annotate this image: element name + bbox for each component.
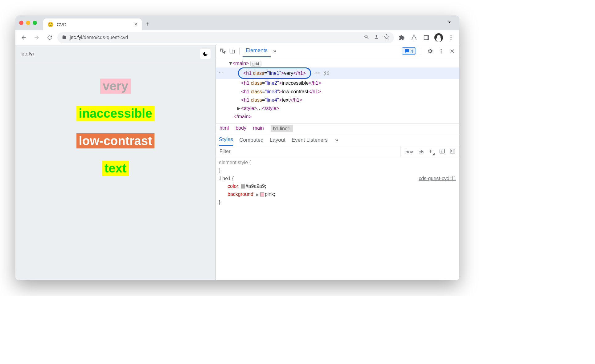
heading-line1: very	[100, 79, 130, 94]
kebab-menu-icon[interactable]	[446, 32, 456, 43]
new-rule-icon[interactable]: +◢	[429, 148, 435, 156]
lock-icon	[62, 34, 67, 41]
back-button[interactable]	[18, 32, 29, 43]
svg-point-6	[441, 51, 441, 51]
breadcrumb-body[interactable]: body	[236, 125, 246, 132]
minimize-window[interactable]	[26, 21, 30, 25]
close-window[interactable]	[19, 21, 23, 25]
devtools-panel: Elements » 4 ▼<main> grid <h1 class="lin…	[216, 45, 459, 280]
tree-node-style[interactable]: ▶<style>…</style>	[216, 104, 459, 112]
tab-bar: 🙂 CVD × +	[15, 15, 459, 30]
styles-tab-eventlisteners[interactable]: Event Listeners	[292, 134, 328, 146]
svg-point-7	[441, 52, 441, 53]
computed-sidebar-icon[interactable]	[439, 148, 445, 155]
tree-node-line1[interactable]: <h1 class="line1">very</h1>== $0	[216, 67, 459, 79]
favicon-icon: 🙂	[47, 22, 54, 27]
maximize-window[interactable]	[33, 21, 37, 25]
cls-toggle[interactable]: .cls	[417, 149, 425, 154]
styles-tabs: Styles Computed Layout Event Listeners »	[216, 134, 459, 146]
share-icon[interactable]	[374, 34, 379, 41]
styles-more-tabs-icon[interactable]: »	[335, 137, 338, 143]
url-text: jec.fyi/demo/cds-quest-cvd	[70, 35, 128, 40]
heading-line4: text	[102, 161, 129, 176]
issues-count: 4	[411, 48, 413, 54]
close-tab-icon[interactable]: ×	[134, 21, 137, 28]
css-rules[interactable]: element.style { } .line1 { cds-quest-cvd…	[216, 157, 459, 280]
zoom-icon[interactable]	[364, 34, 369, 41]
breadcrumb-h1[interactable]: h1.line1	[271, 125, 293, 132]
svg-rect-4	[232, 50, 235, 53]
reload-button[interactable]	[44, 32, 55, 43]
sidepanel-icon[interactable]	[421, 32, 432, 43]
color-swatch-icon[interactable]	[260, 192, 264, 196]
svg-point-1	[450, 37, 451, 38]
element-style-selector[interactable]: element.style {	[219, 160, 251, 165]
tree-node-line3[interactable]: <h1 class="line3">low-contrast</h1>	[216, 87, 459, 96]
breadcrumb-main[interactable]: main	[253, 125, 264, 132]
heading-line2: inaccessible	[76, 106, 155, 121]
page-title: jec.fyi	[20, 51, 34, 57]
styles-tab-styles[interactable]: Styles	[219, 134, 233, 146]
page-viewport: jec.fyi very inaccessible low-contrast t…	[15, 45, 216, 280]
devtools-close-icon[interactable]	[448, 47, 456, 55]
settings-gear-icon[interactable]	[426, 47, 434, 55]
svg-point-0	[450, 35, 451, 36]
issues-badge[interactable]: 4	[402, 47, 416, 55]
labs-icon[interactable]	[409, 32, 419, 43]
bookmark-star-icon[interactable]	[384, 34, 390, 41]
forward-button[interactable]	[31, 32, 42, 43]
profile-avatar[interactable]	[433, 32, 444, 43]
grid-badge[interactable]: grid	[250, 61, 261, 67]
toolbar: jec.fyi/demo/cds-quest-cvd	[15, 30, 459, 45]
styles-filter-input[interactable]	[216, 146, 400, 157]
devtools-kebab-icon[interactable]	[437, 47, 445, 55]
css-prop-color[interactable]: color: #a9a9a9;	[219, 182, 456, 190]
color-swatch-icon[interactable]	[241, 184, 245, 188]
styles-filter-row: :hov .cls +◢	[216, 146, 459, 157]
dark-mode-toggle[interactable]	[200, 49, 211, 59]
browser-tab[interactable]: 🙂 CVD ×	[43, 18, 142, 30]
breadcrumb-html[interactable]: html	[220, 125, 229, 132]
styles-tab-layout[interactable]: Layout	[270, 134, 285, 146]
css-prop-background[interactable]: background: ▶ pink;	[219, 190, 456, 198]
tab-title: CVD	[57, 22, 131, 27]
breadcrumbs: html body main h1.line1	[216, 123, 459, 134]
rule-selector[interactable]: .line1 {	[219, 175, 234, 183]
devtools-toolbar: Elements » 4	[216, 45, 459, 57]
tree-node-main-close[interactable]: </main>	[234, 114, 252, 119]
hov-toggle[interactable]: :hov	[404, 149, 413, 154]
tree-node-line4[interactable]: <h1 class="line4">text</h1>	[216, 96, 459, 104]
address-bar[interactable]: jec.fyi/demo/cds-quest-cvd	[57, 32, 394, 43]
svg-rect-9	[450, 149, 455, 153]
new-tab-button[interactable]: +	[146, 21, 149, 28]
inspect-element-icon[interactable]	[219, 47, 227, 55]
window-controls	[19, 21, 37, 25]
svg-point-5	[441, 49, 441, 50]
rule-source-link[interactable]: cds-quest-cvd:11	[419, 175, 456, 183]
device-toolbar-icon[interactable]	[228, 47, 236, 55]
devtools-more-tabs-icon[interactable]: »	[273, 48, 276, 54]
devtools-tab-elements[interactable]: Elements	[243, 45, 271, 57]
svg-point-2	[450, 39, 451, 40]
extensions-icon[interactable]	[396, 32, 407, 43]
styles-tab-computed[interactable]: Computed	[239, 134, 263, 146]
tab-dropdown[interactable]	[446, 19, 453, 26]
browser-window: 🙂 CVD × + jec.fyi/demo/cds-quest-cvd	[15, 15, 459, 280]
tree-node-line2[interactable]: <h1 class="line2">inaccessible</h1>	[216, 79, 459, 87]
elements-tree[interactable]: ▼<main> grid <h1 class="line1">very</h1>…	[216, 57, 459, 123]
heading-line3: low-contrast	[76, 133, 155, 148]
toggle-sidebar-icon[interactable]	[449, 148, 456, 155]
